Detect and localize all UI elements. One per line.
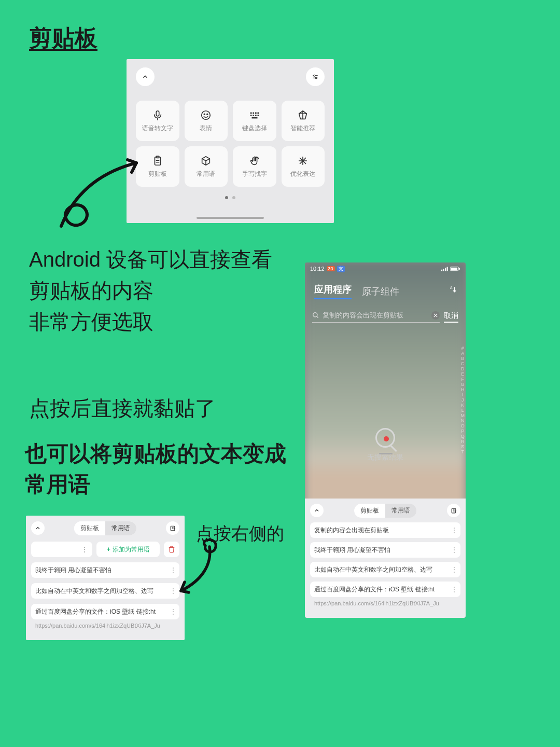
clip-item[interactable]: 比如自动在中英文和数字之间加空格、边写⋮ (310, 562, 460, 577)
alpha-letter[interactable]: N (461, 418, 465, 423)
alpha-letter[interactable]: O (461, 423, 465, 428)
tab-phrases[interactable]: 常用语 (385, 504, 416, 518)
add-phrase-button[interactable]: + 添加为常用语 (96, 542, 160, 557)
clip-item[interactable]: 复制的内容会出现在剪贴板⋮ (310, 522, 460, 538)
alpha-index[interactable]: #ABCDEFGHIJKLMNOPQRST (461, 345, 465, 454)
alpha-letter[interactable]: C (461, 361, 465, 366)
search-input[interactable]: 复制的内容会出现在剪贴板 (312, 311, 440, 323)
selected-text-box: ⋮ (31, 542, 92, 557)
alpha-letter[interactable]: E (461, 371, 465, 377)
alpha-letter[interactable]: L (461, 408, 465, 413)
svg-rect-15 (255, 115, 257, 116)
clip-text: 比如自动在中英文和数字之间加空格、边写 (35, 587, 175, 596)
svg-rect-16 (257, 115, 259, 116)
svg-point-3 (315, 77, 317, 79)
alpha-letter[interactable]: K (461, 403, 465, 408)
tile-label: 常用语 (197, 170, 215, 178)
chevron-up-icon (35, 525, 41, 531)
clip-item[interactable]: 通过百度网盘分享的文件：iOS 壁纸 链接:ht⋮ (310, 582, 460, 597)
edit-list-icon (170, 525, 176, 532)
keyboard-select-tile[interactable]: 键盘选择 (233, 101, 276, 141)
alpha-letter[interactable]: J (461, 397, 465, 403)
svg-rect-32 (447, 267, 448, 271)
description-text-1: Android 设备可以直接查看 剪贴板的内容 非常方便选取 (29, 244, 272, 337)
alpha-letter[interactable]: D (461, 366, 465, 371)
cancel-button[interactable]: 取消 (444, 311, 458, 323)
tab-clipboard[interactable]: 剪贴板 (354, 504, 385, 518)
description-text-2: 点按后直接就黏贴了 (29, 394, 216, 423)
edit-button[interactable] (447, 504, 460, 517)
clip-item[interactable]: 我终于翱翔 用心凝望不害怕⋮ (31, 562, 179, 578)
optimize-tile[interactable]: 优化表达 (282, 146, 325, 187)
alpha-letter[interactable]: B (461, 356, 465, 361)
tab-apps[interactable]: 应用程序 (314, 283, 352, 299)
chevron-up-icon (142, 73, 149, 80)
edit-list-icon (451, 507, 457, 514)
alpha-letter[interactable]: P (461, 428, 465, 434)
more-icon[interactable]: ⋮ (451, 546, 457, 554)
clip-text: 我终于翱翔 用心凝望不害怕 (35, 566, 175, 575)
alpha-letter[interactable]: R (461, 439, 465, 444)
clip-item[interactable]: 比如自动在中英文和数字之间加空格、边写⋮ (31, 583, 179, 599)
alpha-letter[interactable]: S (461, 444, 465, 449)
search-row: 复制的内容会出现在剪贴板 取消 (312, 311, 458, 323)
tile-label: 手写找字 (242, 170, 267, 178)
smart-suggest-tile[interactable]: 智能推荐 (282, 101, 325, 141)
svg-rect-11 (255, 112, 257, 114)
search-empty-icon (375, 428, 395, 448)
sparkle-icon (297, 155, 309, 167)
alpha-letter[interactable]: F (461, 377, 465, 382)
svg-point-7 (204, 114, 205, 115)
text-line: 剪贴板的内容 (29, 275, 272, 306)
alpha-letter[interactable]: H (461, 387, 465, 392)
edit-button[interactable] (166, 521, 179, 535)
more-icon[interactable]: ⋮ (451, 586, 457, 593)
tab-atoms[interactable]: 原子组件 (362, 285, 399, 298)
alpha-letter[interactable]: I (461, 392, 465, 397)
arrow-annotation-1 (56, 154, 155, 231)
alpha-letter[interactable]: A (461, 351, 465, 356)
tabs: 剪贴板 常用语 (354, 504, 416, 518)
tile-label: 语音转文字 (142, 124, 173, 133)
clip-text: 比如自动在中英文和数字之间加空格、边写 (314, 565, 456, 574)
sort-icon: A (449, 285, 457, 294)
clip-text: 我终于翱翔 用心凝望不害怕 (314, 546, 456, 555)
svg-rect-14 (253, 115, 254, 116)
handwrite-tile[interactable]: 手写找字 (233, 146, 276, 187)
alpha-letter[interactable]: # (461, 345, 465, 351)
tab-clipboard[interactable]: 剪贴板 (74, 521, 105, 535)
phrases-tile[interactable]: 常用语 (185, 146, 228, 187)
clip-item[interactable]: 通过百度网盘分享的文件：iOS 壁纸 链接:ht⋮ (31, 604, 179, 619)
settings-button[interactable] (306, 67, 325, 86)
tile-label: 表情 (200, 124, 212, 133)
more-icon[interactable]: ⋮ (170, 608, 176, 615)
alpha-letter[interactable]: G (461, 382, 465, 387)
alpha-letter[interactable]: T (461, 449, 465, 454)
sliders-icon (312, 73, 319, 80)
tab-phrases[interactable]: 常用语 (105, 521, 136, 535)
x-icon (433, 313, 438, 317)
collapse-button[interactable] (310, 504, 324, 517)
sort-button[interactable]: A (449, 285, 457, 294)
voice-to-text-tile[interactable]: 语音转文字 (136, 101, 179, 141)
emoji-tile[interactable]: 表情 (185, 101, 228, 141)
clip-item[interactable]: 我终于翱翔 用心凝望不害怕⋮ (310, 542, 460, 558)
alpha-letter[interactable]: M (461, 413, 465, 418)
alpha-letter[interactable]: Q (461, 434, 465, 439)
more-icon[interactable]: ⋮ (451, 566, 457, 573)
clip-text: 通过百度网盘分享的文件：iOS 壁纸 链接:ht (314, 585, 456, 594)
clear-button[interactable] (431, 311, 440, 320)
svg-rect-34 (451, 268, 457, 270)
text-line: 常用语 (25, 469, 286, 500)
clip-text: 通过百度网盘分享的文件：iOS 壁纸 链接:ht (35, 607, 175, 616)
collapse-button[interactable] (136, 67, 155, 86)
status-badge: 30 (327, 266, 335, 271)
more-icon[interactable]: ⋮ (451, 527, 457, 534)
clip-item-truncated: https://pan.baidu.com/s/164ih1izxZqUBtXi… (31, 619, 179, 629)
clipboard-edit-panel: 剪贴板 常用语 ⋮ + 添加为常用语 我终于翱翔 用心凝望不害怕⋮比如自动在中英… (26, 516, 185, 640)
collapse-button[interactable] (31, 521, 45, 535)
svg-rect-4 (156, 110, 159, 116)
cube-icon (200, 155, 212, 167)
text-line: 也可以将剪贴板的文本变成 (25, 439, 286, 469)
page-indicator (136, 196, 325, 199)
